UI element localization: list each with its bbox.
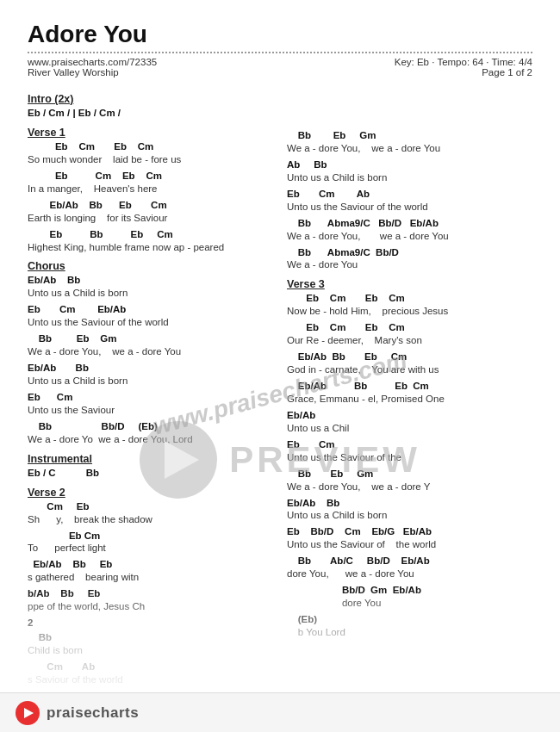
song-page: Page 1 of 2 — [395, 67, 532, 78]
rc3-line3: Bb Eb Gm We a - dore You, we a - dore Y — [287, 468, 532, 493]
verse1-line3: Eb/Ab Bb Eb Cm Earth is longing for its … — [28, 199, 266, 225]
verse2-line3: Eb/Ab Bb Eb s gathered bearing witn — [28, 558, 266, 584]
verse1-line2: Eb Cm Eb Cm In a manger, Heaven's here — [28, 170, 266, 195]
footer: praisecharts — [0, 692, 560, 732]
right-chorus-line5: Bb Abma9/C Bb/D We a - dore You — [287, 246, 532, 272]
footer-play-icon — [24, 708, 34, 718]
song-key-tempo-time: Key: Eb · Tempo: 64 · Time: 4/4 — [395, 57, 532, 67]
intro-label: Intro (2x) — [28, 93, 266, 105]
chorus-line1: Eb/Ab Bb Unto us a Child is born — [28, 274, 266, 300]
song-time: Time: 4/4 — [491, 57, 532, 67]
verse1-label: Verse 1 — [28, 127, 266, 139]
verse3-line2: Eb Cm Eb Cm Our Re - deemer, Mary's son — [287, 321, 532, 347]
verse3-block: Eb Cm Eb Cm Now be - hold Him, precious … — [287, 292, 532, 406]
verse2-line1: Cm Eb Sh y, break the shadow — [28, 500, 266, 526]
chorus-block: Eb/Ab Bb Unto us a Child is born Eb Cm E… — [28, 274, 266, 445]
song-tempo: Tempo: 64 — [437, 57, 483, 67]
right-chorus-line1: Bb Eb Gm We a - dore You, we a - dore Yo… — [287, 129, 532, 155]
fade-overlay — [0, 589, 560, 692]
right-chorus-block: Bb Eb Gm We a - dore You, we a - dore Yo… — [287, 129, 532, 271]
verse3-label: Verse 3 — [287, 278, 532, 290]
song-title: Adore You — [28, 21, 532, 48]
intro-chords: Eb / Cm / | Eb / Cm / — [28, 107, 266, 120]
rc3-line2: Eb Cm Unto us the Saviour of the — [287, 438, 532, 464]
verse1-block: Eb Cm Eb Cm So much wonder laid be - for… — [28, 140, 266, 254]
instrumental-chords: Eb / C Bb — [28, 467, 266, 480]
rc3-line6: Bb Ab/C Bb/D Eb/Ab dore You, we a - dore… — [287, 555, 532, 580]
verse2-line2: Eb Cm To perfect light — [28, 530, 266, 555]
right-chorus-line3: Eb Cm Ab Unto us the Saviour of the worl… — [287, 188, 532, 214]
chorus-line6: Bb Bb/D (Eb) We a - dore Yo we a - dore … — [28, 420, 266, 446]
right-chorus-line2: Ab Bb Unto us a Child is born — [287, 158, 532, 184]
chorus-line3: Bb Eb Gm We a - dore You, we a - dore Yo… — [28, 332, 266, 358]
song-artist: River Valley Worship — [28, 67, 157, 78]
rc3-line1: Eb/Ab Unto us a Chil — [287, 409, 532, 435]
verse2-label: Verse 2 — [28, 487, 266, 499]
verse3-line3: Eb/Ab Bb Eb Cm God in - carnate, You are… — [287, 350, 532, 376]
song-meta: www.praisecharts.com/72335 River Valley … — [28, 57, 532, 78]
verse1-line1: Eb Cm Eb Cm So much wonder laid be - for… — [28, 140, 266, 166]
rc3-line5: Eb Bb/D Cm Eb/G Eb/Ab Unto us the Saviou… — [287, 525, 532, 551]
chorus-label: Chorus — [28, 260, 266, 272]
right-chorus-line4: Bb Abma9/C Bb/D Eb/Ab We a - dore You, w… — [287, 217, 532, 243]
song-url: www.praisecharts.com/72335 — [28, 57, 157, 67]
song-key: Key: Eb — [395, 57, 429, 67]
song-details: Key: Eb · Tempo: 64 · Time: 4/4 Page 1 o… — [395, 57, 532, 78]
verse1-line4: Eb Bb Eb Cm Highest King, humble frame n… — [28, 228, 266, 254]
footer-logo — [16, 701, 40, 725]
verse3-line1: Eb Cm Eb Cm Now be - hold Him, precious … — [287, 292, 532, 318]
rc3-line4: Eb/Ab Bb Unto us a Child is born — [287, 497, 532, 523]
song-url-artist: www.praisecharts.com/72335 River Valley … — [28, 57, 157, 78]
verse3-line4: Eb/Ab Bb Eb Cm Grace, Emmanu - el, Promi… — [287, 380, 532, 406]
page-container: Adore You www.praisecharts.com/72335 Riv… — [0, 0, 560, 732]
footer-brand: praisecharts — [47, 704, 139, 722]
chorus-line5: Eb Cm Unto us the Saviour — [28, 391, 266, 417]
instrumental-label: Instrumental — [28, 453, 266, 465]
chorus-line4: Eb/Ab Bb Unto us a Child is born — [28, 362, 266, 388]
title-divider — [28, 52, 532, 53]
chorus-line2: Eb Cm Eb/Ab Unto us the Saviour of the w… — [28, 303, 266, 329]
